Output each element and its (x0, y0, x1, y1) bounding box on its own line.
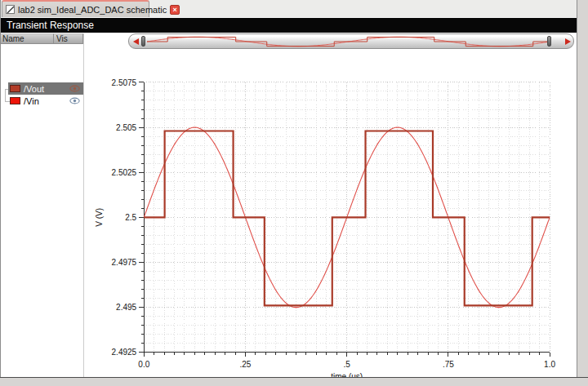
svg-text:2.5025: 2.5025 (112, 168, 137, 177)
axes (139, 82, 550, 357)
signal-name: /Vout (24, 84, 66, 94)
overview-waveform (147, 35, 550, 48)
y-tick-labels: 2.50752.5052.50252.52.49752.4952.4925 (112, 78, 137, 357)
signal-color-swatch (10, 97, 20, 104)
window-border-bottom (0, 377, 588, 386)
scroll-right-arrow-icon[interactable] (565, 38, 571, 45)
waveform-window: lab2 sim_Ideal_ADC_DAC schematic × Trans… (0, 0, 588, 386)
svg-text:2.505: 2.505 (116, 123, 136, 132)
svg-text:2.4975: 2.4975 (112, 258, 137, 267)
waveform-tab-icon (6, 5, 15, 14)
signal-name: /Vin (24, 96, 66, 106)
tab-transient-response[interactable]: lab2 sim_Ideal_ADC_DAC schematic × (2, 0, 149, 17)
window-border-right (577, 0, 588, 386)
svg-text:.25: .25 (240, 360, 252, 369)
tree-line (5, 89, 6, 102)
svg-text:2.5: 2.5 (125, 213, 136, 222)
svg-text:.75: .75 (443, 360, 454, 369)
scroll-left-arrow-icon[interactable] (133, 38, 139, 45)
range-handle-right[interactable] (547, 36, 551, 47)
tab-close-icon[interactable]: × (170, 5, 180, 15)
svg-text:2.495: 2.495 (116, 303, 136, 312)
svg-text:2.4925: 2.4925 (112, 348, 137, 357)
svg-text:2.5075: 2.5075 (112, 78, 137, 87)
y-axis-title: V (V) (95, 208, 104, 227)
tab-label: lab2 sim_Ideal_ADC_DAC schematic (18, 5, 167, 15)
x-tick-labels: 0.0.25.5.751.0 (138, 360, 555, 369)
window-border-left (0, 0, 1, 377)
column-header-name: Name (0, 33, 54, 44)
svg-text:0.0: 0.0 (138, 360, 149, 369)
column-header-vis: Vis (54, 33, 83, 44)
transient-plot[interactable]: 2.50752.5052.50252.52.49752.4952.49250.0… (69, 73, 577, 386)
svg-text:1.0: 1.0 (544, 360, 555, 369)
signal-color-swatch (10, 85, 20, 92)
plot-title-bar: Transient Response (0, 17, 577, 33)
svg-text:.5: .5 (343, 360, 350, 369)
main-area: Name Vis /Vout/Vin 2.50752.5052.50252.52… (0, 33, 577, 377)
range-handle-left[interactable] (141, 36, 145, 47)
overview-scrollbar[interactable] (128, 33, 574, 49)
tab-bar: lab2 sim_Ideal_ADC_DAC schematic × (0, 0, 577, 17)
signal-panel-header: Name Vis (0, 33, 83, 44)
